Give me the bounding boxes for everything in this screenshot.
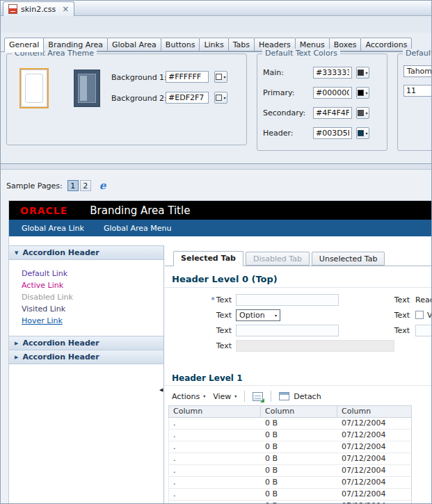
table-cell: .: [169, 453, 261, 464]
chevron-down-icon: [234, 394, 237, 398]
edit-table-icon[interactable]: [253, 392, 263, 401]
group-title-default-font: Default F: [403, 49, 432, 58]
table-cell: 07/12/2004: [337, 501, 411, 504]
table-row[interactable]: .0 B07/12/2004: [168, 430, 412, 441]
oracle-logo: ORACLE: [20, 205, 67, 216]
hover-link[interactable]: Hover Link: [22, 316, 163, 325]
table-toolbar: Actions View Detach: [172, 389, 321, 404]
required-marker: *: [211, 295, 215, 304]
chevron-down-icon: [223, 75, 225, 79]
header-color-label: Header:: [263, 127, 294, 139]
secondary-color-picker-button[interactable]: [356, 107, 369, 119]
view-menu-button[interactable]: View: [213, 392, 237, 401]
accordion-header-label: Accordion Header: [22, 352, 99, 361]
option-select-value: Option: [239, 311, 265, 320]
browser-icon[interactable]: [99, 180, 106, 191]
background2-color-picker-button[interactable]: [214, 92, 227, 104]
table-cell: .: [169, 477, 261, 488]
table-cell: 07/12/2004: [337, 441, 411, 453]
table-cell: 07/12/2004: [337, 465, 411, 476]
tab-selected[interactable]: Selected Tab: [173, 251, 243, 266]
main-color-input[interactable]: [313, 67, 352, 79]
text-field-4-label: Text: [168, 340, 232, 352]
theme-thumbnail-light[interactable]: [21, 70, 47, 107]
accordion-header-1[interactable]: Accordion Header: [9, 245, 163, 260]
primary-color-input[interactable]: [313, 87, 352, 99]
column-header[interactable]: Column: [261, 406, 337, 417]
preview-page: ORACLE Branding Area Title Global Area L…: [9, 201, 432, 504]
font-size-input[interactable]: [403, 85, 432, 97]
primary-color-picker-button[interactable]: [356, 87, 369, 99]
file-tab-skin2css[interactable]: skin2.css: [3, 1, 74, 16]
background2-input[interactable]: [166, 92, 209, 104]
background2-label: Background 2:: [111, 92, 167, 104]
editor-tab-buttons[interactable]: Buttons: [161, 38, 200, 51]
color-swatch: [358, 90, 364, 96]
secondary-color-input[interactable]: [313, 107, 352, 119]
global-area-link[interactable]: Global Area Link: [22, 224, 84, 233]
editor-tab-global-area[interactable]: Global Area: [107, 38, 161, 51]
table-cell: 0 B: [261, 489, 337, 500]
active-link[interactable]: Active Link: [22, 281, 163, 290]
detach-button[interactable]: Detach: [279, 392, 321, 401]
global-area-menu[interactable]: Global Area Menu: [104, 224, 172, 233]
text-field-3[interactable]: [236, 325, 339, 336]
table-row[interactable]: .0 B07/12/2004: [168, 465, 412, 477]
file-tab-bar: skin2.css: [1, 1, 431, 16]
sample-page-2-button[interactable]: 2: [80, 180, 91, 191]
table-row[interactable]: .0 B07/12/2004: [168, 453, 412, 465]
table-row[interactable]: .0 B07/12/2004: [168, 501, 412, 504]
preview-main-content: Selected Tab Disabled Tab Unselected Tab…: [165, 245, 432, 504]
visited-link[interactable]: Visited Link: [22, 304, 163, 314]
header-level-0: Header Level 0 (Top): [165, 274, 432, 288]
color-swatch: [216, 74, 222, 80]
accordion-header-3[interactable]: Accordion Header: [9, 350, 163, 364]
table-row[interactable]: .0 B07/12/2004: [168, 418, 412, 430]
option-select[interactable]: Option: [236, 309, 280, 321]
table-cell: .: [169, 465, 261, 476]
main-color-picker-button[interactable]: [356, 67, 369, 79]
theme-thumbnail-dark[interactable]: [74, 70, 100, 107]
header-color-picker-button[interactable]: [356, 127, 369, 139]
header-color-input[interactable]: [313, 127, 352, 139]
collapse-left-icon[interactable]: [159, 387, 163, 393]
table-cell: 0 B: [261, 453, 337, 464]
table-cell: 07/12/2004: [337, 453, 411, 464]
editor-tab-general[interactable]: General: [4, 38, 44, 52]
table-cell: 0 B: [261, 418, 337, 429]
background1-color-picker-button[interactable]: [214, 71, 227, 83]
accordion-header-2[interactable]: Accordion Header: [9, 336, 163, 350]
table-row[interactable]: .0 B07/12/2004: [168, 441, 412, 453]
preview-data-table: Column Column Column .0 B07/12/2004 .0 B…: [168, 405, 412, 504]
group-title-default-text-colors: Default Text Colors: [262, 49, 340, 58]
background1-input[interactable]: [166, 71, 209, 83]
select-field-label: Text: [168, 309, 232, 321]
font-family-select[interactable]: Tahoma: [403, 65, 432, 77]
default-link[interactable]: Default Link: [22, 269, 163, 278]
actions-menu-button[interactable]: Actions: [172, 392, 205, 401]
text-field-1[interactable]: [236, 294, 339, 306]
right-text-field-3[interactable]: [415, 325, 432, 336]
column-header[interactable]: Column: [169, 406, 261, 417]
background1-label: Background 1:: [111, 72, 167, 83]
table-cell: .: [169, 430, 261, 441]
horizontal-splitter[interactable]: [1, 163, 431, 170]
toolbar-separator: [244, 391, 245, 402]
checkbox[interactable]: [415, 311, 424, 319]
close-icon[interactable]: [62, 5, 69, 13]
chevron-down-icon: [223, 96, 225, 100]
editor-tab-tabs[interactable]: Tabs: [228, 38, 255, 51]
accordion-panel: Accordion Header Default Link Active Lin…: [9, 245, 164, 504]
detach-icon: [279, 392, 289, 400]
column-header[interactable]: Column: [337, 406, 411, 417]
color-swatch: [358, 110, 364, 116]
editor-tab-links[interactable]: Links: [199, 38, 228, 51]
table-row[interactable]: .0 B07/12/2004: [168, 477, 412, 489]
css-file-icon: [8, 4, 17, 14]
table-row[interactable]: .0 B07/12/2004: [168, 489, 412, 501]
right-field-3-label: Text: [389, 325, 410, 336]
tab-unselected[interactable]: Unselected Tab: [312, 252, 385, 266]
sample-page-1-button[interactable]: 1: [67, 180, 79, 191]
text-field-3-label: Text: [168, 325, 232, 336]
accordion-links: Default Link Active Link Disabled Link V…: [9, 260, 163, 336]
